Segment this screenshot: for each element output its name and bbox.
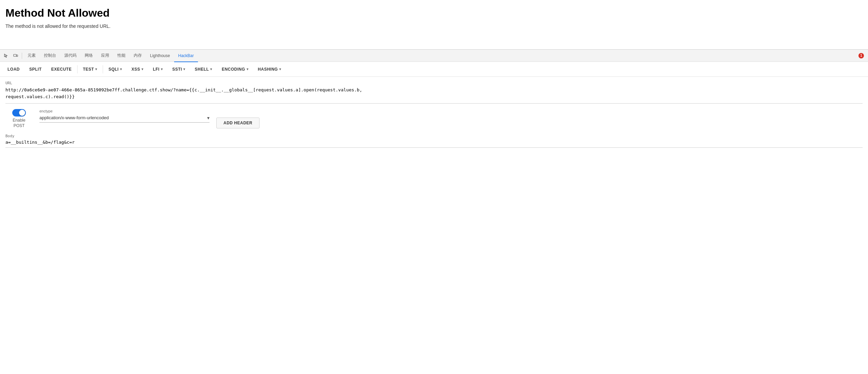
enctype-select-wrapper: application/x-www-form-urlencoded multip… — [39, 114, 210, 123]
test-button[interactable]: TEST ▾ — [78, 62, 102, 77]
url-label: URL — [5, 81, 863, 85]
sqli-button[interactable]: SQLI ▾ — [104, 62, 127, 77]
page-content: Method Not Allowed The method is not all… — [0, 0, 868, 49]
divider — [22, 53, 22, 59]
encoding-button[interactable]: ENCODING ▾ — [217, 62, 253, 77]
page-subtitle: The method is not allowed for the reques… — [5, 23, 863, 29]
shell-arrow-icon: ▾ — [210, 67, 212, 71]
inspect-element-icon[interactable] — [1, 51, 11, 60]
enctype-section: enctype application/x-www-form-urlencode… — [39, 109, 210, 123]
toolbar-divider — [77, 65, 78, 73]
enctype-select[interactable]: application/x-www-form-urlencoded multip… — [39, 114, 207, 121]
tab-hackbar[interactable]: HackBar — [174, 50, 198, 62]
tab-memory[interactable]: 内存 — [130, 50, 146, 62]
toggle-knob — [19, 110, 25, 116]
ssti-button[interactable]: SSTI ▾ — [167, 62, 190, 77]
test-arrow-icon: ▾ — [95, 67, 97, 71]
split-button[interactable]: SPLIT — [24, 62, 47, 77]
devtools-tab-bar: 元素 控制台 源代码 网络 应用 性能 内存 Lighthouse HackBa… — [0, 50, 868, 62]
hackbar-body: URL http://0a6ce6e9-ae07-466e-865a-85190… — [0, 77, 868, 148]
sqli-arrow-icon: ▾ — [120, 67, 122, 71]
lfi-arrow-icon: ▾ — [161, 67, 163, 71]
hashing-arrow-icon: ▾ — [279, 67, 281, 71]
url-value[interactable]: http://0a6ce6e9-ae07-466e-865a-8519092be… — [5, 87, 863, 104]
enctype-label: enctype — [39, 109, 210, 113]
lfi-button[interactable]: LFI ▾ — [148, 62, 167, 77]
add-header-button[interactable]: ADD HEADER — [216, 118, 260, 128]
tab-sources[interactable]: 源代码 — [60, 50, 81, 62]
post-section: EnablePOST enctype application/x-www-for… — [5, 109, 863, 128]
tab-application[interactable]: 应用 — [97, 50, 113, 62]
svg-rect-0 — [14, 54, 16, 56]
ssti-arrow-icon: ▾ — [183, 67, 185, 71]
body-label: Body — [5, 134, 863, 138]
body-value[interactable]: a=__builtins__&b=/flag&c=r — [5, 140, 863, 148]
body-section: Body a=__builtins__&b=/flag&c=r — [5, 134, 863, 148]
hackbar-toolbar: LOAD SPLIT EXECUTE TEST ▾ SQLI ▾ XSS ▾ — [0, 62, 868, 77]
xss-arrow-icon: ▾ — [141, 67, 144, 71]
tab-lighthouse[interactable]: Lighthouse — [146, 50, 174, 62]
error-badge: 1 — [856, 53, 867, 58]
encoding-arrow-icon: ▾ — [247, 67, 249, 71]
xss-button[interactable]: XSS ▾ — [127, 62, 148, 77]
shell-button[interactable]: SHELL ▾ — [190, 62, 217, 77]
hashing-button[interactable]: HASHING ▾ — [253, 62, 286, 77]
enable-post-toggle[interactable]: EnablePOST — [5, 109, 33, 128]
load-button[interactable]: LOAD — [3, 62, 24, 77]
svg-rect-1 — [17, 55, 18, 56]
tab-console[interactable]: 控制台 — [40, 50, 60, 62]
select-arrow-icon: ▾ — [207, 115, 210, 121]
tab-performance[interactable]: 性能 — [113, 50, 130, 62]
devtools-panel: 元素 控制台 源代码 网络 应用 性能 内存 Lighthouse HackBa… — [0, 49, 868, 148]
enable-post-label: EnablePOST — [13, 118, 25, 128]
toggle-switch[interactable] — [12, 109, 26, 117]
device-toggle-icon[interactable] — [11, 51, 20, 60]
page-title: Method Not Allowed — [5, 7, 863, 19]
tab-network[interactable]: 网络 — [81, 50, 97, 62]
toolbar-divider-2 — [103, 65, 103, 73]
execute-button[interactable]: EXECUTE — [47, 62, 77, 77]
error-count-circle: 1 — [858, 53, 864, 58]
tab-elements[interactable]: 元素 — [23, 50, 40, 62]
